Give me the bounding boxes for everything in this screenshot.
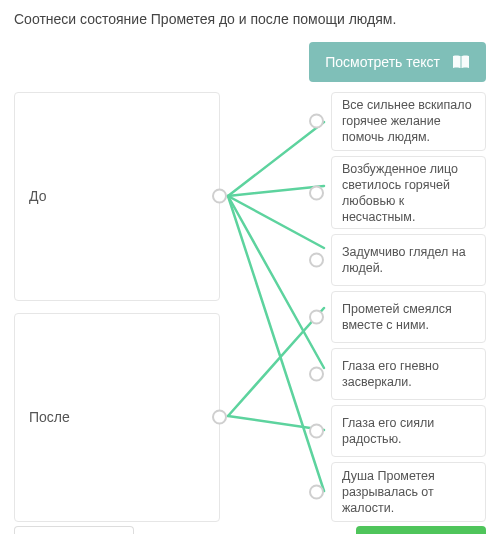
right-card-label: Задумчиво глядел на людей. (342, 244, 475, 276)
connector-node[interactable] (212, 189, 227, 204)
connector-node[interactable] (309, 114, 324, 129)
right-card[interactable]: Душа Прометея разрывалась от жалости. (331, 462, 486, 521)
connector-node[interactable] (309, 424, 324, 439)
connector-node[interactable] (212, 410, 227, 425)
secondary-button-partial[interactable] (14, 526, 134, 534)
book-icon (452, 54, 470, 70)
connector-node[interactable] (309, 185, 324, 200)
svg-line-5 (228, 196, 324, 491)
submit-button-partial[interactable] (356, 526, 486, 534)
right-card-label: Возбужденное лицо светилось горячей любо… (342, 161, 475, 225)
toolbar: Посмотреть текст (14, 42, 486, 82)
left-column: До После (14, 92, 220, 522)
view-text-label: Посмотреть текст (325, 54, 440, 70)
right-card[interactable]: Все сильнее вскипало горячее желание пом… (331, 92, 486, 151)
right-card-label: Прометей смеялся вместе с ними. (342, 301, 475, 333)
svg-line-3 (228, 196, 324, 248)
right-card[interactable]: Прометей смеялся вместе с ними. (331, 291, 486, 343)
right-card[interactable]: Задумчиво глядел на людей. (331, 234, 486, 286)
bottom-bar (14, 526, 486, 534)
matching-workspace: До После Все сильнее вскипало горячее же… (14, 92, 486, 522)
connector-node[interactable] (309, 310, 324, 325)
left-card-before[interactable]: До (14, 92, 220, 301)
right-card[interactable]: Глаза его гневно засверкали. (331, 348, 486, 400)
view-text-button[interactable]: Посмотреть текст (309, 42, 486, 82)
right-column: Все сильнее вскипало горячее желание пом… (331, 92, 486, 522)
svg-line-1 (228, 122, 324, 196)
right-card-label: Глаза его сияли радостью. (342, 415, 475, 447)
right-card-label: Все сильнее вскипало горячее желание пом… (342, 97, 475, 145)
left-card-label: После (29, 409, 70, 425)
svg-rect-0 (460, 56, 462, 68)
connector-node[interactable] (309, 253, 324, 268)
connector-node[interactable] (309, 367, 324, 382)
left-card-label: До (29, 188, 46, 204)
right-card[interactable]: Возбужденное лицо светилось горячей любо… (331, 156, 486, 230)
right-card-label: Глаза его гневно засверкали. (342, 358, 475, 390)
right-card-label: Душа Прометея разрывалась от жалости. (342, 468, 475, 516)
svg-line-6 (228, 308, 324, 416)
left-card-after[interactable]: После (14, 313, 220, 522)
svg-line-4 (228, 196, 324, 368)
right-card[interactable]: Глаза его сияли радостью. (331, 405, 486, 457)
connector-node[interactable] (309, 484, 324, 499)
question-prompt: Соотнеси состояние Прометея до и после п… (14, 10, 486, 30)
